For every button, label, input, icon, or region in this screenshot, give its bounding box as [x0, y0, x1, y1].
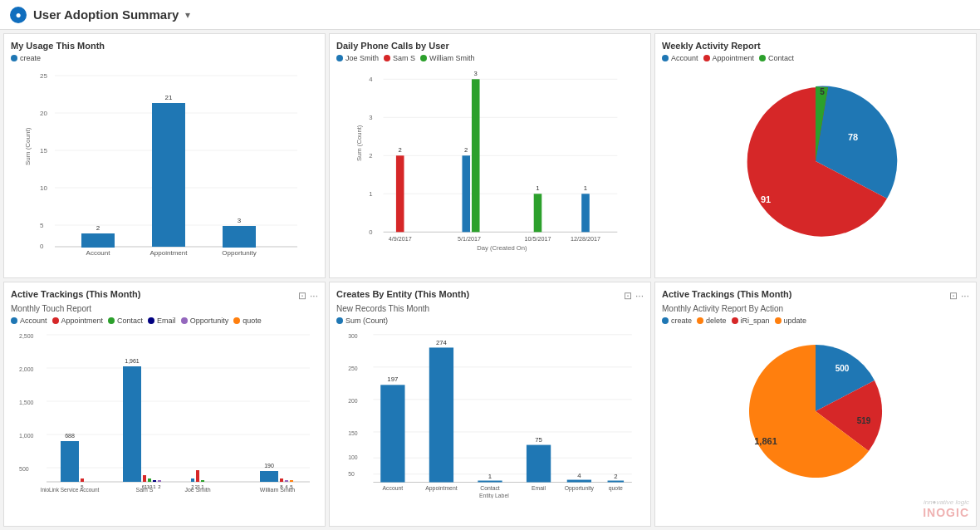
svg-text:0: 0 — [40, 243, 44, 250]
svg-text:Email: Email — [532, 485, 546, 491]
svg-text:Opportunity: Opportunity — [222, 249, 256, 257]
svg-text:50: 50 — [348, 471, 355, 477]
more-icon[interactable]: ··· — [310, 290, 318, 302]
svg-text:William Smith: William Smith — [260, 487, 295, 493]
bar-chart-monthly-touch: 2,500 2,000 1,500 1,000 500 688 5 1,961 … — [11, 328, 318, 494]
legend-item-contact: Contact — [759, 54, 794, 62]
svg-text:1: 1 — [536, 184, 539, 192]
svg-text:User: User — [163, 493, 175, 494]
li-account: Account — [11, 317, 47, 325]
svg-text:300: 300 — [348, 333, 358, 339]
li-sum-count: Sum (Count) — [336, 317, 388, 325]
panel-weekly-activity-title: Weekly Activity Report — [662, 41, 969, 51]
svg-rect-33 — [462, 155, 470, 232]
svg-text:10/5/2017: 10/5/2017 — [525, 236, 551, 243]
legend-dot-contact — [759, 55, 766, 61]
panel-monthly-touch-subtitle: Monthly Touch Report — [11, 304, 318, 313]
legend-label-contact: Contact — [768, 54, 794, 62]
svg-rect-37 — [534, 194, 542, 232]
legend-item-joe: Joe Smith — [336, 54, 379, 62]
panel-icons-touch: ⊡ ··· — [298, 290, 318, 302]
svg-rect-110 — [478, 481, 502, 483]
panel-monthly-touch: Active Trackings (This Month) ⊡ ··· Mont… — [3, 282, 326, 527]
expand-icon-action[interactable]: ⊡ — [949, 290, 958, 302]
svg-text:Account: Account — [383, 485, 404, 491]
legend-dot-joe — [336, 55, 343, 61]
panel-daily-phone: Daily Phone Calls by User Joe Smith Sam … — [329, 33, 651, 278]
svg-text:1,000: 1,000 — [19, 433, 34, 439]
panel-icons-creates: ⊡ ··· — [624, 290, 644, 302]
svg-text:Contact: Contact — [480, 485, 500, 491]
svg-text:1: 1 — [488, 473, 492, 480]
svg-text:15: 15 — [40, 147, 47, 155]
legend-item-account: Account — [662, 54, 698, 62]
expand-icon-creates[interactable]: ⊡ — [624, 290, 632, 302]
more-icon-creates[interactable]: ··· — [635, 290, 644, 302]
svg-text:1,961: 1,961 — [125, 358, 140, 364]
svg-text:688: 688 — [65, 433, 75, 439]
svg-text:78: 78 — [848, 132, 858, 142]
svg-rect-86 — [290, 480, 293, 482]
svg-rect-68 — [148, 478, 151, 482]
svg-text:Sam S: Sam S — [135, 487, 153, 493]
li-create-action: create — [662, 317, 692, 325]
svg-text:200: 200 — [348, 398, 358, 404]
svg-text:91: 91 — [761, 194, 771, 204]
watermark-line2: INOGIC — [923, 506, 969, 519]
svg-text:2: 2 — [369, 152, 372, 159]
svg-text:4: 4 — [577, 472, 581, 479]
svg-rect-80 — [260, 471, 278, 482]
svg-text:1: 1 — [369, 190, 372, 198]
svg-rect-106 — [380, 385, 404, 482]
more-icon-action[interactable]: ··· — [961, 290, 969, 302]
bar-chart-creates: 300 250 200 150 100 50 197 274 1 75 — [336, 328, 644, 498]
pie-chart-weekly: 78 91 5 — [699, 70, 932, 253]
svg-text:10: 10 — [40, 184, 47, 192]
svg-text:5: 5 — [40, 222, 44, 229]
svg-text:4/9/2017: 4/9/2017 — [389, 236, 412, 243]
svg-rect-112 — [527, 445, 551, 483]
legend-dot-william — [420, 55, 427, 61]
legend-dot-account — [662, 55, 669, 61]
svg-text:2: 2 — [614, 473, 617, 480]
panel-creates-subtitle: New Records This Month — [336, 304, 644, 313]
panel-activity-action-title: Active Trackings (This Month) — [662, 289, 791, 299]
svg-rect-108 — [429, 347, 453, 482]
svg-text:Opportunity: Opportunity — [565, 485, 595, 492]
legend-label-joe: Joe Smith — [345, 54, 379, 62]
legend-creates: Sum (Count) — [336, 317, 644, 325]
svg-rect-82 — [280, 478, 283, 482]
legend-daily-phone: Joe Smith Sam S William Smith — [336, 54, 644, 62]
svg-text:12/28/2017: 12/28/2017 — [571, 236, 600, 243]
legend-label-sam: Sam S — [393, 54, 415, 62]
svg-text:0: 0 — [369, 228, 372, 236]
svg-text:75: 75 — [535, 436, 542, 444]
panel-creates-entity: Creates By Entity (This Month) ⊡ ··· New… — [329, 282, 651, 527]
legend-monthly-touch: Account Appointment Contact Email Opport… — [11, 317, 318, 325]
bar-chart-my-usage: 25 20 15 10 5 0 Sum (Count) 2 21 3 — [11, 66, 318, 257]
pie-chart-action: 500 519 1,861 — [699, 328, 932, 494]
svg-text:1,500: 1,500 — [19, 400, 34, 405]
svg-rect-60 — [61, 441, 79, 482]
bar-account — [81, 233, 115, 248]
li-opp: Opportunity — [181, 317, 229, 325]
expand-icon[interactable]: ⊡ — [298, 290, 306, 302]
watermark-line1: inn●vative logic — [923, 498, 969, 506]
svg-text:Appointment: Appointment — [150, 249, 189, 257]
svg-rect-74 — [191, 478, 194, 482]
legend-action: create delete iRi_span update — [662, 317, 969, 325]
legend-label-william: William Smith — [429, 54, 475, 62]
svg-text:519: 519 — [857, 416, 871, 425]
chevron-icon[interactable]: ▾ — [185, 9, 190, 21]
svg-text:3: 3 — [474, 70, 478, 77]
panel-monthly-touch-title: Active Trackings (This Month) — [11, 289, 140, 299]
legend-dot-sam — [384, 55, 390, 61]
svg-text:2: 2 — [158, 484, 161, 489]
svg-rect-114 — [567, 480, 591, 483]
svg-text:20: 20 — [40, 110, 47, 117]
li-quote: quote — [233, 317, 262, 325]
li-update-action: update — [775, 317, 807, 325]
svg-text:3: 3 — [238, 217, 242, 224]
panel-icons-action: ⊡ ··· — [949, 290, 969, 302]
svg-rect-76 — [196, 470, 199, 482]
